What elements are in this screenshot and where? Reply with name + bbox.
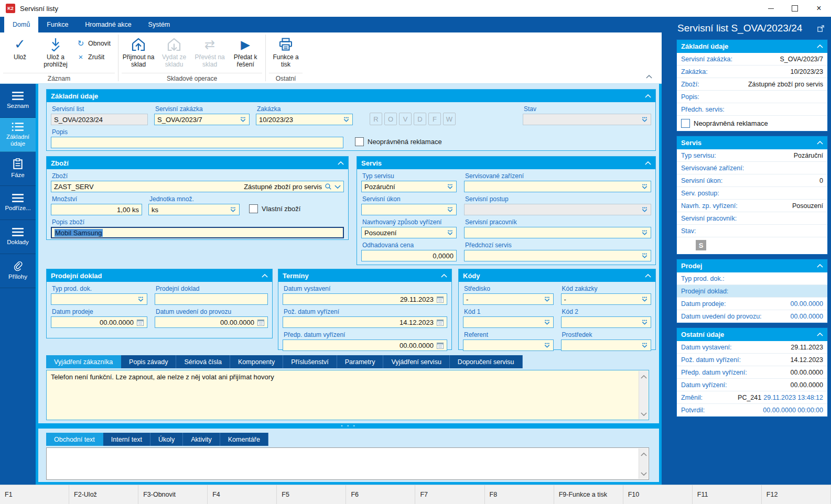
operation-date-field[interactable]: 00.00.0000 xyxy=(155,316,268,328)
code1-field[interactable] xyxy=(463,316,554,328)
unit-field[interactable]: ks xyxy=(148,204,240,215)
service-sheet-field[interactable]: S_OVA/2023/24 xyxy=(51,114,148,125)
refresh-button[interactable]: ↻ Obnovit xyxy=(77,39,111,48)
tab-komentare[interactable]: Komentáře xyxy=(220,433,268,446)
order-code-field[interactable]: - xyxy=(561,293,652,305)
sidebar-item-prilohy[interactable]: Přílohy xyxy=(0,254,36,288)
scroll-up-icon[interactable] xyxy=(641,450,647,458)
maximize-button[interactable] xyxy=(783,0,807,17)
search-icon[interactable] xyxy=(325,183,332,190)
textarea-scrollbar[interactable] xyxy=(639,371,648,419)
dropdown-icon[interactable] xyxy=(230,207,236,213)
calendar-icon[interactable] xyxy=(257,319,265,326)
quantity-field[interactable]: 1,00 ks xyxy=(51,204,142,215)
unauthorized-claim-checkbox[interactable] xyxy=(355,137,364,146)
dropdown-icon[interactable] xyxy=(641,230,648,236)
chevron-up-icon[interactable] xyxy=(338,161,344,165)
open-in-window-icon[interactable] xyxy=(817,25,825,32)
previous-service-field[interactable] xyxy=(464,250,651,261)
tab-obchodni-text[interactable]: Obchodní text xyxy=(46,433,103,446)
fkey-f2[interactable]: F2-Ulož xyxy=(69,485,138,504)
chevron-up-icon[interactable] xyxy=(645,94,651,98)
ribbon-tab-domu[interactable]: Domů xyxy=(4,17,38,32)
calendar-icon[interactable] xyxy=(136,319,144,326)
dropdown-icon[interactable] xyxy=(641,184,648,190)
tab-vyjadreni-servisu[interactable]: Vyjádření servisu xyxy=(383,355,449,368)
service-worker-field[interactable] xyxy=(464,227,651,238)
issue-date-field[interactable]: 29.11.2023 xyxy=(283,293,447,305)
tab-popis-zavady[interactable]: Popis závady xyxy=(121,355,176,368)
chevron-up-icon[interactable] xyxy=(262,274,268,278)
service-order-field[interactable]: S_OVA/2023/7 xyxy=(154,114,250,125)
sidebar-item-doklady[interactable]: Doklady xyxy=(0,220,36,254)
service-procedure-field[interactable] xyxy=(464,204,651,215)
fkey-f11[interactable]: F11 xyxy=(693,485,762,504)
chevron-up-icon[interactable] xyxy=(817,333,823,336)
dropdown-icon[interactable] xyxy=(641,297,648,302)
dropdown-icon[interactable] xyxy=(343,117,350,123)
dropdown-icon[interactable] xyxy=(641,253,648,259)
chevron-up-icon[interactable] xyxy=(645,274,651,278)
own-goods-checkbox[interactable] xyxy=(249,204,258,213)
requested-date-field[interactable]: 14.12.2023 xyxy=(283,316,447,328)
ribbon-tab-system[interactable]: Systém xyxy=(140,17,179,32)
dropdown-icon[interactable] xyxy=(137,297,144,302)
referent-field[interactable] xyxy=(463,339,554,351)
sale-date-field[interactable]: 00.00.0000 xyxy=(51,316,147,328)
sales-doc-type-field[interactable] xyxy=(51,293,147,305)
sidebar-item-seznam[interactable]: Seznam xyxy=(0,84,36,118)
fkey-f3[interactable]: F3-Obnovit xyxy=(138,485,208,504)
horizontal-splitter[interactable]: • • • xyxy=(38,423,659,429)
dropdown-icon[interactable] xyxy=(544,343,551,348)
tab-prislusenstvi[interactable]: Příslušenství xyxy=(283,355,337,368)
dropdown-icon[interactable] xyxy=(447,230,454,236)
dropdown-icon[interactable] xyxy=(641,320,648,325)
close-button[interactable]: × xyxy=(807,0,831,17)
chevron-down-icon[interactable] xyxy=(334,185,341,189)
sidebar-item-faze[interactable]: Fáze xyxy=(0,152,36,186)
minimize-button[interactable] xyxy=(759,0,783,17)
ribbon-tab-hromadne-akce[interactable]: Hromadné akce xyxy=(77,17,139,32)
serviced-device-field[interactable] xyxy=(464,181,651,192)
dropdown-icon[interactable] xyxy=(544,297,551,302)
dropdown-icon[interactable] xyxy=(641,207,648,213)
dropdown-icon[interactable] xyxy=(641,117,648,123)
calendar-icon[interactable] xyxy=(436,295,444,303)
receive-to-stock-button[interactable]: Přijmout na sklad xyxy=(121,34,156,73)
fkey-f12[interactable]: F12 xyxy=(762,485,831,504)
scroll-down-icon[interactable] xyxy=(641,410,647,418)
chevron-up-icon[interactable] xyxy=(817,141,823,145)
tab-interni-text[interactable]: Interní text xyxy=(103,433,150,446)
dropdown-icon[interactable] xyxy=(544,320,551,325)
customer-statement-textarea[interactable]: Telefon není funkční. Lze zapnout, ale n… xyxy=(46,370,649,420)
ribbon-collapse-icon[interactable] xyxy=(646,72,652,80)
chevron-up-icon[interactable] xyxy=(817,45,823,48)
estimated-date-field[interactable]: 00.00.0000 xyxy=(283,339,447,351)
unauthorized-claim-checkbox[interactable] xyxy=(681,119,690,128)
chevron-up-icon[interactable] xyxy=(441,274,447,278)
chevron-up-icon[interactable] xyxy=(645,161,651,165)
fkey-f5[interactable]: F5 xyxy=(277,485,346,504)
proposed-resolution-field[interactable]: Posouzení xyxy=(361,227,457,238)
tab-komponenty[interactable]: Komponenty xyxy=(230,355,283,368)
fkey-f6[interactable]: F6 xyxy=(346,485,415,504)
order-field[interactable]: 10/2023/23 xyxy=(256,114,353,125)
service-task-field[interactable] xyxy=(361,204,457,215)
sidebar-item-podrizene[interactable]: Podříze... xyxy=(0,186,36,220)
transfer-to-stock-button[interactable]: ⇄ Převést na sklad xyxy=(192,34,228,73)
fkey-f9[interactable]: F9-Funkce a tisk xyxy=(554,485,623,504)
ribbon-tab-funkce[interactable]: Funkce xyxy=(38,17,77,32)
goods-field[interactable]: ZAST_SERV Zástupné zboží pro servis xyxy=(51,181,344,192)
issue-from-stock-button[interactable]: Vydat ze skladu xyxy=(156,34,192,73)
scroll-up-icon[interactable] xyxy=(641,372,647,380)
business-text-textarea[interactable] xyxy=(46,447,649,480)
handover-button[interactable]: ▶ Předat k řešení xyxy=(228,34,263,73)
fkey-f7[interactable]: F7 xyxy=(415,485,484,504)
dropdown-icon[interactable] xyxy=(447,207,454,213)
fkey-f10[interactable]: F10 xyxy=(623,485,693,504)
dropdown-icon[interactable] xyxy=(641,343,648,348)
sidebar-item-zakladni-udaje[interactable]: Základní údaje xyxy=(0,118,36,152)
scroll-down-icon[interactable] xyxy=(641,469,647,477)
code2-field[interactable] xyxy=(561,316,652,328)
center-field[interactable]: - xyxy=(463,293,554,305)
